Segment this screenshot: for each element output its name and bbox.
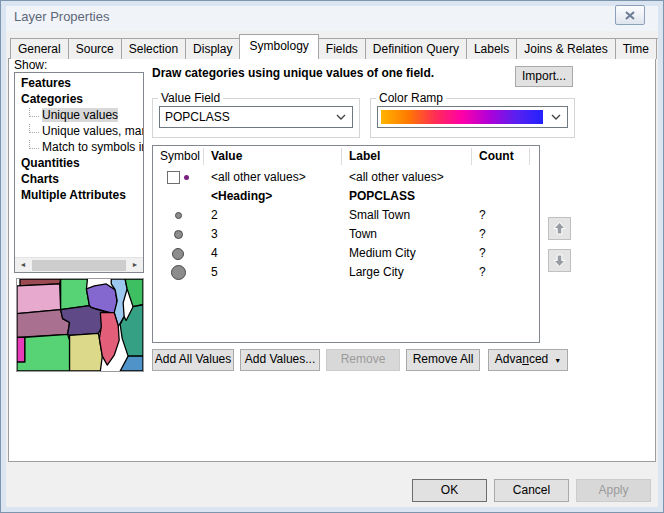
tab-joins-relates[interactable]: Joins & Relates xyxy=(516,38,615,59)
map-region xyxy=(61,279,90,310)
apply-button[interactable]: Apply xyxy=(576,479,651,502)
map-region xyxy=(17,334,70,371)
tab-labels[interactable]: Labels xyxy=(466,38,517,59)
advanced-button[interactable]: Advanced▼ xyxy=(488,349,568,371)
tab-html-popup[interactable]: HTML Popup xyxy=(656,38,664,59)
up-arrow-icon xyxy=(552,221,567,236)
show-item-unique-values[interactable]: Unique values xyxy=(15,107,143,123)
table-header: Symbol Value Label Count xyxy=(153,146,539,167)
window-title: Layer Properties xyxy=(14,9,109,24)
color-ramp-gradient xyxy=(381,110,543,124)
show-item-unique-values-many[interactable]: Unique values, many xyxy=(15,123,143,139)
color-ramp-group: Color Ramp xyxy=(370,98,575,138)
point-symbol xyxy=(174,230,183,239)
show-item-categories[interactable]: Categories xyxy=(15,91,143,107)
scroll-right-icon[interactable]: ► xyxy=(127,258,143,273)
point-symbol xyxy=(172,248,184,260)
chevron-down-icon xyxy=(545,107,567,127)
show-tree-list: Features Categories Unique values Unique… xyxy=(14,72,144,273)
column-header-symbol: Symbol xyxy=(160,149,200,163)
scrollbar-thumb[interactable] xyxy=(32,260,126,271)
tab-source[interactable]: Source xyxy=(68,38,122,59)
remove-all-button[interactable]: Remove All xyxy=(406,349,480,371)
layer-properties-dialog: Layer Properties General Source Selectio… xyxy=(0,0,664,513)
map-region xyxy=(120,356,143,371)
table-row[interactable]: <all other values> <all other values> xyxy=(153,168,539,187)
table-row[interactable]: 4 Medium City ? xyxy=(153,244,539,263)
show-item-charts[interactable]: Charts xyxy=(15,171,143,187)
color-ramp-label: Color Ramp xyxy=(376,91,446,105)
down-arrow-icon xyxy=(552,253,567,268)
tab-symbology[interactable]: Symbology xyxy=(239,34,318,59)
close-icon xyxy=(625,11,635,20)
value-field-combobox[interactable]: POPCLASS xyxy=(159,106,353,128)
show-item-multiple-attributes[interactable]: Multiple Attributes xyxy=(15,187,143,203)
close-button[interactable] xyxy=(615,5,645,25)
all-other-values-checkbox[interactable] xyxy=(167,171,180,184)
add-all-values-button[interactable]: Add All Values xyxy=(152,349,234,371)
map-region xyxy=(99,313,119,365)
tab-general[interactable]: General xyxy=(10,38,69,59)
title-bar: Layer Properties xyxy=(6,1,658,31)
show-item-features[interactable]: Features xyxy=(15,75,143,91)
chevron-down-icon xyxy=(330,114,352,120)
horizontal-scrollbar[interactable]: ◄ ► xyxy=(15,257,143,272)
symbology-map-preview xyxy=(16,278,144,372)
move-down-button[interactable] xyxy=(548,249,571,272)
tab-fields[interactable]: Fields xyxy=(318,38,366,59)
table-row[interactable]: 3 Town ? xyxy=(153,225,539,244)
move-up-button[interactable] xyxy=(548,217,571,240)
tab-time[interactable]: Time xyxy=(615,38,657,59)
tab-definition-query[interactable]: Definition Query xyxy=(365,38,467,59)
value-field-label: Value Field xyxy=(158,91,223,105)
point-symbol xyxy=(171,265,186,280)
value-field-selected: POPCLASS xyxy=(160,110,330,124)
show-item-quantities[interactable]: Quantities xyxy=(15,155,143,171)
tab-selection[interactable]: Selection xyxy=(121,38,186,59)
add-values-button[interactable]: Add Values... xyxy=(240,349,320,371)
point-symbol xyxy=(175,212,182,219)
scroll-left-icon[interactable]: ◄ xyxy=(15,258,31,273)
map-region xyxy=(17,284,61,314)
point-symbol xyxy=(184,175,189,180)
tab-strip: General Source Selection Display Symbolo… xyxy=(10,35,664,59)
symbology-description: Draw categories using unique values of o… xyxy=(152,66,434,80)
cancel-button[interactable]: Cancel xyxy=(494,479,569,502)
show-item-match-symbols[interactable]: Match to symbols in a xyxy=(15,139,143,155)
dropdown-arrow-icon: ▼ xyxy=(554,357,561,364)
show-label: Show: xyxy=(14,58,47,72)
color-ramp-combobox[interactable] xyxy=(377,106,568,128)
remove-button[interactable]: Remove xyxy=(326,349,400,371)
import-button[interactable]: Import... xyxy=(515,66,573,87)
column-header-value: Value xyxy=(211,149,242,163)
column-header-count: Count xyxy=(479,149,514,163)
map-region xyxy=(70,333,103,371)
tab-display[interactable]: Display xyxy=(185,38,240,59)
map-region xyxy=(125,279,143,307)
table-row[interactable]: 2 Small Town ? xyxy=(153,206,539,225)
column-header-label: Label xyxy=(349,149,380,163)
value-field-group: Value Field POPCLASS xyxy=(152,98,360,138)
table-row[interactable]: 5 Large City ? xyxy=(153,263,539,282)
map-region xyxy=(17,337,25,362)
table-row[interactable]: <Heading> POPCLASS xyxy=(153,187,539,206)
unique-values-table: Symbol Value Label Count <all other valu… xyxy=(152,145,540,343)
ok-button[interactable]: OK xyxy=(412,479,487,502)
